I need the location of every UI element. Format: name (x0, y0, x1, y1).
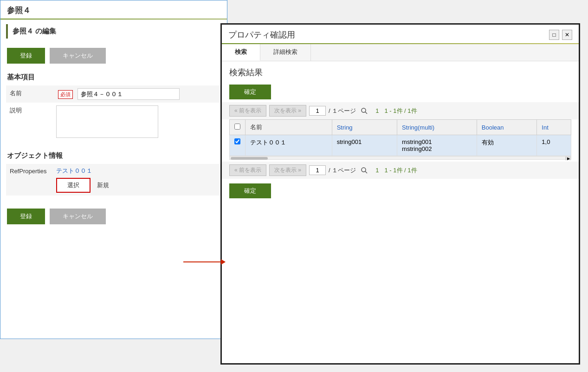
minimize-icon[interactable]: □ (549, 30, 559, 40)
tab-advanced-search[interactable]: 詳細検索 (260, 44, 311, 61)
row-checkbox[interactable] (234, 138, 240, 144)
left-panel: 参照４ 参照４ の編集 登録 キャンセル 基本項目 名前 必須 説明 オブジェク… (0, 0, 227, 339)
arrow-indicator (183, 261, 225, 262)
table-row[interactable]: テスト００１ string001 mstring001mstring002 有効… (230, 135, 571, 156)
page-total-bottom: / １ページ (329, 166, 356, 175)
th-int: Int (537, 120, 571, 135)
right-panel-titlebar: プロパティ確認用 □ ✕ (222, 25, 579, 43)
page-input-bottom[interactable] (309, 165, 326, 175)
select-button[interactable]: 選択 (56, 178, 90, 193)
prev-button-top[interactable]: « 前を表示 (229, 105, 266, 117)
desc-textarea[interactable] (56, 105, 158, 138)
row-boolean-cell: 有効 (477, 135, 537, 156)
left-panel-divider (0, 19, 227, 20)
name-value-cell: 必須 (52, 85, 221, 103)
svg-point-2 (362, 168, 366, 172)
bottom-btn-row: 登録 キャンセル (0, 204, 227, 229)
th-string: String (332, 120, 397, 135)
svg-point-0 (362, 108, 366, 112)
desc-value-cell (52, 103, 221, 142)
name-input[interactable] (78, 88, 180, 100)
th-string-multi: String(multi) (397, 120, 477, 135)
th-check (230, 120, 246, 135)
header-checkbox[interactable] (234, 124, 240, 130)
arrow-line (183, 261, 225, 262)
ref-props-label: RefProperties (6, 164, 52, 196)
count-range-bottom: 1 - 1件 / 1件 (385, 166, 417, 175)
cancel-button-bottom[interactable]: キャンセル (50, 209, 106, 224)
row-int-cell: 1,0 (537, 135, 571, 156)
count-range-top: 1 - 1件 / 1件 (385, 107, 417, 115)
search-icon-top[interactable] (359, 105, 370, 117)
confirm-button-bottom[interactable]: 確定 (229, 183, 271, 198)
right-panel-title: プロパティ確認用 (228, 29, 295, 40)
row-name-cell: テスト００１ (246, 135, 332, 156)
row-string-multi-cell: mstring001mstring002 (397, 135, 477, 156)
top-confirm-row: 確定 (222, 82, 579, 102)
close-icon[interactable]: ✕ (562, 30, 572, 40)
tab-search[interactable]: 検索 (222, 44, 260, 61)
results-table: 名前 String String(multi) Boolean Int テスト０… (229, 119, 571, 156)
right-panel: プロパティ確認用 □ ✕ 検索 詳細検索 検索結果 確定 « 前を表示 次を表示… (220, 23, 580, 365)
row-string-cell: string001 (332, 135, 397, 156)
scroll-thumb (231, 157, 268, 160)
ref-props-value-cell: テスト００１ 選択 新規 (52, 164, 221, 196)
next-button-bottom[interactable]: 次を表示 » (269, 164, 306, 176)
th-boolean: Boolean (477, 120, 537, 135)
next-button-top[interactable]: 次を表示 » (269, 105, 306, 117)
register-button-top[interactable]: 登録 (7, 48, 45, 64)
ref-link[interactable]: テスト００１ (56, 167, 92, 174)
top-btn-row: 登録 キャンセル (0, 43, 227, 68)
desc-label: 説明 (6, 103, 52, 142)
page-total-top: / １ページ (329, 107, 356, 115)
horizontal-scrollbar[interactable]: ▶ (229, 156, 571, 160)
cancel-button-top[interactable]: キャンセル (50, 48, 106, 64)
tabs-row: 検索 詳細検索 (222, 44, 579, 61)
basic-form-table: 名前 必須 説明 (6, 85, 221, 142)
th-name: 名前 (246, 120, 332, 135)
bottom-confirm-row: 確定 (222, 181, 579, 201)
search-results-title: 検索結果 (222, 61, 579, 82)
count-current-top: 1 (375, 107, 379, 114)
object-form-table: RefProperties テスト００１ 選択 新規 (6, 164, 221, 196)
name-label: 名前 (6, 85, 52, 103)
bottom-pagination-row: « 前を表示 次を表示 » / １ページ 1 1 - 1件 / 1件 (222, 162, 579, 179)
register-button-bottom[interactable]: 登録 (7, 209, 45, 224)
basic-section-title: 基本項目 (0, 68, 227, 85)
search-icon-bottom[interactable] (359, 165, 370, 176)
left-panel-title: 参照４ (0, 0, 227, 19)
scroll-right-arrow[interactable]: ▶ (565, 157, 571, 160)
count-current-bottom: 1 (375, 167, 379, 174)
svg-line-3 (365, 171, 367, 173)
object-section-title: オブジェクト情報 (0, 147, 227, 164)
confirm-button-top[interactable]: 確定 (229, 85, 271, 99)
row-check-cell (230, 135, 246, 156)
svg-line-1 (365, 112, 367, 114)
titlebar-icons: □ ✕ (549, 30, 572, 40)
new-button[interactable]: 新規 (94, 179, 112, 192)
top-pagination-row: « 前を表示 次を表示 » / １ページ 1 1 - 1件 / 1件 (222, 102, 579, 119)
page-input-top[interactable] (309, 106, 326, 116)
left-panel-section-header: 参照４ の編集 (6, 24, 221, 39)
required-badge: 必須 (58, 90, 73, 99)
prev-button-bottom[interactable]: « 前を表示 (229, 164, 266, 176)
left-panel-title-text: 参照４ (7, 6, 31, 15)
